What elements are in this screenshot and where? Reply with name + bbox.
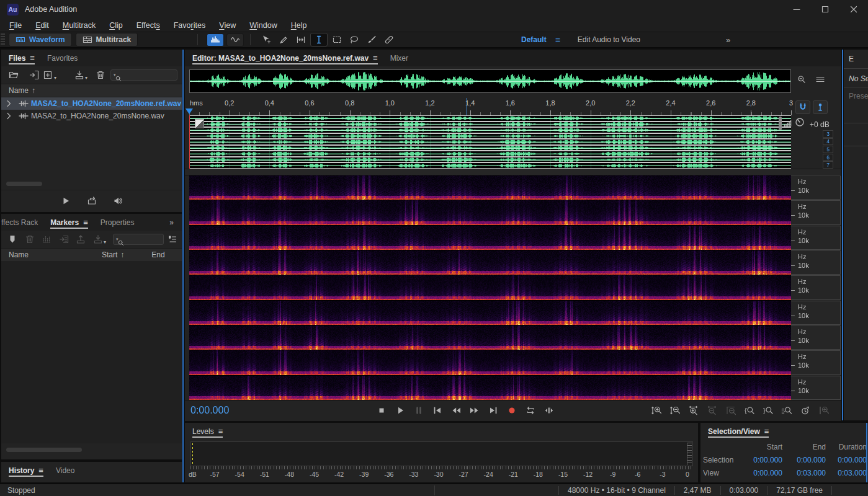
delete-file-icon[interactable]: [96, 70, 105, 80]
fast-forward-button[interactable]: [467, 404, 482, 417]
spectrogram-channel-7[interactable]: [189, 326, 791, 350]
markers-col-end[interactable]: End: [151, 250, 164, 259]
overview-waveform[interactable]: [189, 69, 791, 93]
amplitude-scale-icon[interactable]: [784, 118, 794, 128]
zoom-reset-button[interactable]: [723, 404, 738, 417]
markers-hscrollbar[interactable]: [6, 448, 177, 452]
channel-select-3[interactable]: 3: [823, 130, 833, 138]
delete-marker-icon[interactable]: [25, 234, 35, 244]
save-all-caret-icon[interactable]: ▾: [85, 75, 87, 81]
batch-process-icon[interactable]: [93, 234, 103, 244]
files-hscrollbar[interactable]: [6, 182, 177, 186]
tab-markers[interactable]: Markers ≡: [50, 214, 88, 231]
playhead-handle[interactable]: [186, 108, 193, 114]
rewind-button[interactable]: [449, 404, 463, 417]
skip-to-start-button[interactable]: [430, 404, 445, 417]
menu-help[interactable]: Help: [284, 19, 314, 32]
spectrogram-channel-3[interactable]: [189, 226, 791, 250]
maximize-button[interactable]: [811, 0, 839, 19]
batch-caret-icon[interactable]: ▾: [104, 239, 106, 245]
sel-value-end[interactable]: 0:03.000: [782, 469, 826, 477]
files-name-header[interactable]: Name ↑: [1, 84, 182, 97]
file-row[interactable]: MASA2_to_HOA2None_20msNone.wav: [1, 110, 182, 122]
menu-view[interactable]: View: [212, 19, 243, 32]
wave-spectral-splitter[interactable]: [185, 169, 841, 175]
tab-files[interactable]: Files ≡: [9, 50, 35, 66]
sel-value-start[interactable]: 0:00.000: [740, 469, 782, 477]
channel-select-4[interactable]: 4: [823, 138, 833, 146]
workspace-menu-icon[interactable]: ≡: [555, 35, 560, 45]
gain-value[interactable]: +0 dB: [810, 120, 830, 129]
loop-preview-button[interactable]: [87, 196, 97, 206]
spectrogram-channel-5[interactable]: [189, 275, 791, 299]
tab-favorites[interactable]: Favorites: [47, 50, 78, 66]
tab-selection-view[interactable]: Selection/View ≡: [708, 423, 769, 440]
show-spectrum-toggle[interactable]: [226, 33, 244, 46]
auto-play-button[interactable]: [113, 196, 123, 206]
menu-effects[interactable]: Effects: [130, 19, 167, 32]
marquee-selection-tool[interactable]: [329, 33, 345, 46]
stop-button[interactable]: [374, 404, 389, 417]
tab-levels[interactable]: Levels ≡: [192, 423, 223, 440]
tab-editor[interactable]: Editor: MASA2_to_HOA2None_20msNone.ref.w…: [192, 50, 378, 66]
waveform-vscrollbar[interactable]: [779, 117, 782, 130]
workspace-task-label[interactable]: Edit Audio to Video: [578, 35, 640, 44]
waveform-view-button[interactable]: Waveform: [9, 33, 72, 46]
skip-to-end-button[interactable]: [486, 404, 501, 417]
tab-mixer[interactable]: Mixer: [390, 50, 408, 66]
files-search-input[interactable]: [117, 71, 174, 79]
zoom-out-point-button[interactable]: }: [761, 404, 776, 417]
skip-selection-button[interactable]: [542, 404, 557, 417]
loop-playback-button[interactable]: [523, 404, 538, 417]
channel-select-5[interactable]: 5: [823, 146, 833, 153]
close-button[interactable]: [839, 0, 868, 19]
slip-tool[interactable]: [293, 33, 309, 46]
insert-into-multitrack-icon[interactable]: [60, 234, 69, 244]
tab-history[interactable]: History ≡: [9, 462, 43, 479]
zoom-vertical-button[interactable]: [817, 404, 831, 417]
workspace-selector[interactable]: Default: [521, 35, 547, 44]
show-waveform-toggle[interactable]: [207, 33, 224, 46]
paintbrush-selection-tool[interactable]: [364, 33, 380, 46]
preview-play-button[interactable]: [61, 196, 71, 206]
spectrogram-channel-6[interactable]: [189, 301, 791, 325]
fade-in-handle[interactable]: [195, 119, 204, 128]
spot-healing-brush-tool[interactable]: [381, 33, 397, 46]
export-markers-icon[interactable]: [76, 234, 86, 244]
spectrogram-channel-2[interactable]: [189, 200, 791, 224]
add-marker-button[interactable]: [813, 100, 828, 114]
add-marker-icon[interactable]: [7, 234, 17, 244]
razor-tool[interactable]: [275, 33, 292, 46]
markers-panel-menu-icon[interactable]: ≡: [83, 218, 88, 227]
menu-multitrack[interactable]: Multitrack: [56, 19, 103, 32]
markers-overflow[interactable]: »: [169, 218, 174, 227]
history-panel-menu-icon[interactable]: ≡: [38, 466, 43, 475]
time-selection-tool[interactable]: [310, 33, 328, 46]
chevron-right[interactable]: [4, 111, 14, 121]
snap-button[interactable]: [795, 100, 810, 114]
sel-value-end[interactable]: 0:00.000: [782, 456, 826, 464]
time-display[interactable]: 0:00.000: [190, 405, 229, 416]
waveform-display[interactable]: [189, 115, 791, 169]
menu-clip[interactable]: Clip: [102, 19, 130, 32]
tab-video[interactable]: Video: [56, 462, 74, 479]
timeline-ruler[interactable]: hms 0,20,40,60,81,01,21,41,61,82,02,22,4…: [189, 98, 795, 115]
editor-display-options-icon[interactable]: [815, 74, 825, 84]
menu-favorites[interactable]: Favorites: [167, 19, 212, 32]
sel-value-duration[interactable]: 0:00.000: [826, 456, 867, 464]
record-button[interactable]: [504, 404, 519, 417]
sel-value-duration[interactable]: 0:03.000: [826, 469, 867, 477]
new-content-icon[interactable]: [43, 70, 53, 80]
tab-effects-rack[interactable]: ffects Rack: [1, 214, 38, 231]
tab-properties[interactable]: Properties: [101, 214, 135, 231]
zoom-out-full-icon[interactable]: [797, 74, 807, 84]
play-button[interactable]: [393, 404, 408, 417]
markers-col-start[interactable]: Start: [102, 250, 117, 259]
merge-markers-icon[interactable]: [42, 234, 52, 244]
spectrogram-channel-9[interactable]: [189, 376, 791, 400]
channel-select-6[interactable]: 6: [823, 154, 833, 161]
menu-edit[interactable]: Edit: [29, 19, 56, 32]
selection-view-menu-icon[interactable]: ≡: [764, 427, 769, 436]
menu-window[interactable]: Window: [243, 19, 284, 32]
toolbar-overflow[interactable]: »: [726, 32, 731, 47]
